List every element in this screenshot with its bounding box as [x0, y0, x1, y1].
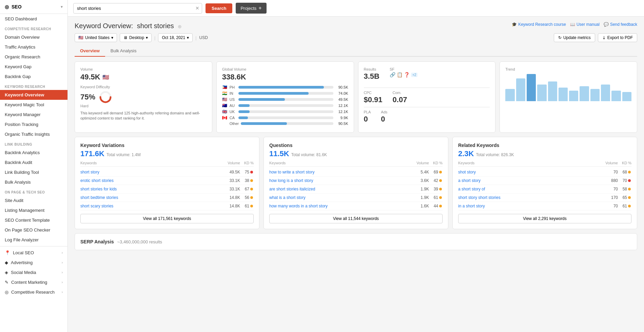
sidebar-header: ◎ SEO ▾ — [0, 0, 67, 14]
rk-view-all-button[interactable]: View all 2,291 keywords — [458, 214, 631, 223]
country-bar-fill — [238, 110, 250, 113]
kv-view-all-button[interactable]: View all 171,561 keywords — [80, 214, 254, 223]
sidebar-item-competitive-research-group[interactable]: ◎ Competitive Research › — [0, 287, 67, 297]
keyword-volume: 14.8K — [220, 204, 240, 208]
keyword-link[interactable]: shot story — [458, 170, 598, 174]
country-code: CA — [230, 116, 236, 120]
currency-label: USD — [199, 35, 208, 40]
keyword-variations-card: Keyword Variations 171.6K Total volume: … — [75, 137, 259, 229]
sidebar-item-organic-traffic-insights[interactable]: Organic Traffic Insights — [0, 129, 67, 139]
kd-cell: 61 — [618, 204, 631, 208]
com-label: Com. — [393, 91, 407, 95]
projects-button[interactable]: Projects + — [236, 3, 266, 14]
keyword-link[interactable]: how to write a short story — [269, 170, 409, 174]
search-input[interactable] — [73, 3, 202, 14]
country-flag: 🇺🇸 — [222, 97, 228, 102]
sidebar-item-backlink-gap[interactable]: Backlink Gap — [0, 72, 67, 81]
q-view-all-button[interactable]: View all 11,544 keywords — [269, 214, 443, 223]
kd-cell: 39 — [429, 187, 443, 191]
country-code: PH — [230, 85, 236, 89]
keyword-link[interactable]: short stories for kids — [80, 187, 220, 191]
sf-label: SF — [390, 67, 417, 71]
date-filter[interactable]: Oct 18, 2021 ▾ — [158, 33, 193, 42]
kd-dot-indicator — [628, 171, 631, 173]
country-value: 90.5K — [335, 122, 348, 126]
sidebar-item-keyword-overview[interactable]: Keyword Overview — [0, 90, 67, 100]
keyword-link[interactable]: how many words in a short story — [269, 204, 409, 208]
keyword-link[interactable]: are short stories italicized — [269, 187, 409, 191]
trend-bar — [580, 86, 589, 101]
sidebar-item-keyword-manager[interactable]: Keyword Manager — [0, 110, 67, 119]
keyword-volume: 14.8K — [220, 195, 240, 200]
send-feedback-link[interactable]: 💬 Send feedback — [604, 22, 637, 27]
sidebar-item-link-building-tool[interactable]: Link Building Tool — [0, 167, 67, 177]
country-code: IN — [230, 91, 236, 95]
country-value: 12.1K — [335, 110, 348, 114]
device-filter[interactable]: 🖥 Desktop ▾ — [120, 33, 152, 42]
content-area: Keyword Overview: short stories ⊕ 🎓 Keyw… — [68, 17, 644, 332]
sidebar-item-position-tracking[interactable]: Position Tracking — [0, 119, 67, 129]
keyword-link[interactable]: short story short stories — [458, 195, 598, 200]
sidebar-item-bulk-analysis[interactable]: Bulk Analysis — [0, 177, 67, 187]
user-manual-link[interactable]: 📖 User manual — [570, 22, 600, 27]
search-button[interactable]: Search — [206, 3, 232, 13]
sidebar-item-content-marketing[interactable]: ✎ Content Marketing › — [0, 277, 67, 287]
pla-value: 0 — [364, 115, 371, 124]
com-block: Com. 0.07 — [393, 91, 407, 104]
sidebar-item-seo-content-template[interactable]: SEO Content Template — [0, 215, 67, 225]
kd-dot-indicator — [250, 196, 253, 199]
search-clear-button[interactable]: ✕ — [195, 5, 199, 11]
sidebar-item-backlink-audit[interactable]: Backlink Audit — [0, 158, 67, 167]
country-bar-fill — [238, 98, 285, 101]
keyword-link[interactable]: a short story — [458, 178, 598, 183]
tab-overview[interactable]: Overview — [75, 45, 105, 57]
kv-table-header: Keywords Volume KD % — [80, 160, 254, 167]
kd-cell: 65 — [618, 195, 631, 200]
sidebar-item-keyword-gap[interactable]: Keyword Gap — [0, 62, 67, 72]
sidebar-item-seo-dashboard[interactable]: SEO Dashboard — [0, 14, 67, 24]
keyword-link[interactable]: short scary stories — [80, 204, 220, 208]
export-pdf-button[interactable]: ⤓ Export to PDF — [598, 33, 637, 42]
kd-number: 68 — [623, 170, 627, 174]
sidebar-item-site-audit[interactable]: Site Audit — [0, 196, 67, 205]
update-metrics-button[interactable]: ↻ Update metrics — [554, 33, 595, 42]
keyword-link[interactable]: short bedtime stories — [80, 195, 220, 200]
sidebar-item-keyword-magic-tool[interactable]: Keyword Magic Tool — [0, 100, 67, 110]
keyword-link[interactable]: erotic short stories — [80, 178, 220, 183]
sidebar-item-on-page-seo-checker[interactable]: On Page SEO Checker — [0, 225, 67, 235]
sidebar-item-social-media[interactable]: ◈ Social Media › — [0, 268, 67, 277]
sidebar-chevron[interactable]: ▾ — [61, 4, 63, 9]
country-bar-fill — [238, 92, 309, 95]
keyword-link[interactable]: how long is a short story — [269, 178, 409, 183]
sidebar-item-organic-research[interactable]: Organic Research — [0, 52, 67, 62]
country-bar-fill — [241, 122, 287, 125]
sidebar-logo[interactable]: ◎ SEO — [5, 4, 22, 10]
sidebar-item-log-file-analyzer[interactable]: Log File Analyzer — [0, 235, 67, 245]
local-seo-icon: 📍 — [5, 250, 10, 255]
kd-dot-indicator — [439, 179, 442, 182]
keyword-link[interactable]: in a short story — [458, 204, 598, 208]
country-code: Other — [230, 122, 239, 126]
device-chevron-icon: ▾ — [146, 35, 148, 40]
sidebar-item-listing-management[interactable]: Listing Management — [0, 205, 67, 215]
tab-bulk-analysis[interactable]: Bulk Analysis — [105, 45, 142, 57]
country-filter[interactable]: 🇺🇸 United States ▾ — [75, 33, 117, 42]
sf-icons: 🔗 📋 ❓ +2 — [390, 72, 417, 77]
sidebar-item-local-seo[interactable]: 📍 Local SEO › — [0, 248, 67, 258]
sidebar-item-advertising[interactable]: ◆ Advertising › — [0, 258, 67, 268]
rk-total-vol: 826.3K — [501, 152, 514, 157]
keyword-link[interactable]: what is a short story — [269, 195, 409, 200]
sidebar-item-domain-overview[interactable]: Domain Overview — [0, 32, 67, 42]
keyword-research-course-link[interactable]: 🎓 Keyword Research course — [512, 22, 566, 27]
country-row: Other 90.5K — [222, 122, 348, 126]
keyword-link[interactable]: a short story of — [458, 187, 598, 191]
country-value: 74.0K — [335, 91, 348, 95]
sidebar-item-backlink-analytics[interactable]: Backlink Analytics — [0, 148, 67, 158]
country-row: 🇺🇸 US 49.5K — [222, 97, 348, 102]
country-bar-bg — [238, 110, 333, 113]
table-row: how to write a short story 5.4K 69 — [269, 168, 443, 177]
content-marketing-icon: ✎ — [5, 280, 8, 285]
metrics-divider-2 — [364, 107, 490, 107]
sidebar-item-traffic-analytics[interactable]: Traffic Analytics — [0, 42, 67, 52]
keyword-link[interactable]: short story — [80, 170, 220, 174]
